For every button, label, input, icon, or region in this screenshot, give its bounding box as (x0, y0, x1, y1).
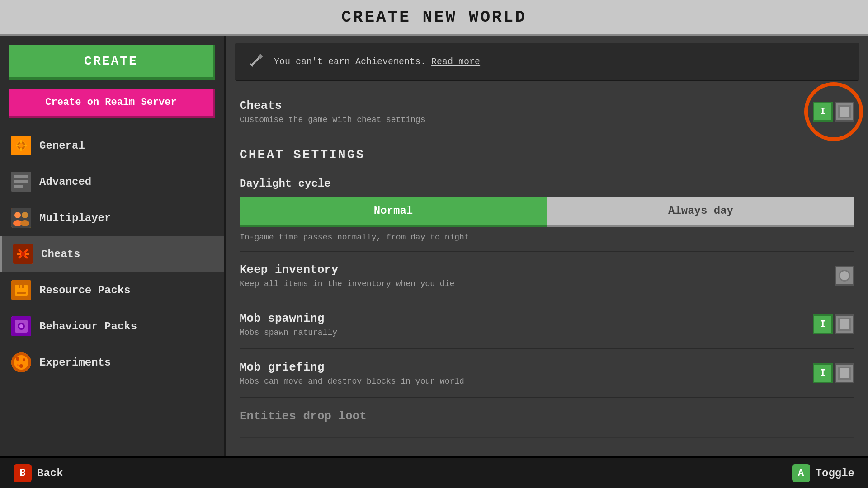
mob-griefing-toggle-on: I (813, 363, 833, 383)
general-icon (11, 136, 31, 155)
entities-drop-loot-row: Entities drop loot (240, 398, 854, 438)
keep-inventory-info: Keep inventory Keep all items in the inv… (240, 263, 454, 288)
svg-line-36 (251, 56, 260, 66)
svg-point-32 (16, 357, 19, 361)
create-realm-button[interactable]: Create on Realm Server (9, 89, 215, 118)
toggle-off-inner-3 (838, 367, 851, 380)
experiments-icon (11, 352, 31, 372)
entities-info: Entities drop loot (240, 409, 367, 426)
mob-spawning-toggle[interactable]: I (813, 314, 854, 334)
svg-rect-22 (15, 285, 28, 296)
svg-rect-3 (16, 145, 19, 146)
toggle-circle (839, 270, 850, 282)
toggle-off-indicator (835, 102, 854, 122)
svg-point-34 (19, 364, 23, 368)
back-button[interactable]: B Back (14, 464, 63, 482)
svg-point-13 (22, 212, 28, 218)
behaviour-packs-icon (11, 316, 31, 336)
cheats-toggle[interactable]: I (813, 102, 854, 122)
achievement-text: You can't earn Achievements. Read more (274, 56, 480, 67)
mob-spawning-toggle-off (835, 314, 854, 334)
keep-inventory-desc: Keep all items in the inventory when you… (240, 279, 454, 288)
sidebar-item-label-cheats: Cheats (41, 248, 80, 260)
resource-packs-icon (11, 280, 31, 300)
svg-rect-5 (20, 140, 22, 143)
daylight-normal-button[interactable]: Normal (240, 197, 547, 227)
svg-rect-9 (14, 180, 28, 183)
multiplayer-icon (11, 208, 31, 228)
mob-spawning-title: Mob spawning (240, 312, 337, 325)
back-label: Back (37, 467, 63, 479)
svg-rect-23 (19, 285, 20, 288)
sidebar-item-experiments[interactable]: Experiments (0, 344, 224, 380)
daylight-buttons: Normal Always day (240, 197, 854, 227)
sidebar-item-general[interactable]: General (0, 127, 224, 164)
svg-rect-4 (24, 145, 27, 146)
svg-rect-24 (22, 285, 24, 288)
toggle-off-inner-2 (838, 318, 851, 331)
entities-title: Entities drop loot (240, 409, 367, 423)
toggle-off-inner (838, 105, 851, 118)
mob-spawning-info: Mob spawning Mobs spawn naturally (240, 312, 337, 337)
a-badge: A (792, 464, 810, 482)
b-badge: B (14, 464, 32, 482)
svg-point-12 (14, 212, 21, 218)
svg-point-29 (19, 324, 23, 328)
svg-rect-10 (14, 185, 23, 188)
svg-point-15 (20, 220, 29, 226)
svg-point-2 (19, 143, 24, 148)
svg-point-33 (23, 358, 25, 361)
svg-point-35 (17, 364, 19, 366)
sidebar-item-label-multiplayer: Multiplayer (39, 212, 111, 224)
content-area: You can't earn Achievements. Read more C… (226, 36, 868, 456)
cheats-desc: Customise the game with cheat settings (240, 115, 425, 124)
bottom-bar: B Back A Toggle (0, 456, 868, 488)
cheats-title: Cheats (240, 99, 425, 113)
toggle-on-indicator: I (813, 102, 833, 122)
achievement-warning: You can't earn Achievements. Read more (235, 43, 859, 81)
cheats-setting-row: Cheats Customise the game with cheat set… (240, 88, 854, 136)
read-more-link[interactable]: Read more (431, 56, 480, 67)
cheats-icon (13, 244, 33, 264)
section-content: Cheats Customise the game with cheat set… (226, 88, 868, 451)
mob-spawning-row: Mob spawning Mobs spawn naturally I (240, 300, 854, 349)
cheats-toggle-container: I (813, 102, 854, 122)
nav-items: General Advanced (0, 127, 224, 456)
svg-rect-25 (17, 292, 26, 294)
toggle-button[interactable]: A Toggle (792, 464, 854, 482)
daylight-always-day-button[interactable]: Always day (547, 197, 854, 227)
cheats-info: Cheats Customise the game with cheat set… (240, 99, 425, 124)
sidebar-item-resource-packs[interactable]: Resource Packs (0, 272, 224, 308)
sidebar-item-label-behaviour-packs: Behaviour Packs (39, 320, 137, 333)
toggle-label: Toggle (816, 467, 854, 479)
sidebar-item-label-resource-packs: Resource Packs (39, 284, 131, 296)
mob-griefing-title: Mob griefing (240, 361, 464, 374)
keep-inventory-title: Keep inventory (240, 263, 454, 277)
create-button[interactable]: CREATE (9, 45, 215, 80)
title-bar: CREATE NEW WORLD (0, 0, 868, 36)
mob-griefing-info: Mob griefing Mobs can move and destroy b… (240, 361, 464, 386)
keep-inventory-toggle[interactable] (835, 266, 854, 286)
mob-spawning-toggle-on: I (813, 314, 833, 334)
keep-inventory-row: Keep inventory Keep all items in the inv… (240, 252, 854, 300)
mob-griefing-desc: Mobs can move and destroy blocks in your… (240, 377, 464, 386)
sidebar-item-cheats[interactable]: Cheats (0, 236, 224, 272)
sidebar-item-multiplayer[interactable]: Multiplayer (0, 200, 224, 236)
keep-inventory-toggle-off (835, 266, 854, 286)
mob-griefing-toggle[interactable]: I (813, 363, 854, 383)
sidebar-item-behaviour-packs[interactable]: Behaviour Packs (0, 308, 224, 344)
mob-spawning-desc: Mobs spawn naturally (240, 328, 337, 337)
sidebar-item-label-experiments: Experiments (39, 357, 111, 369)
sidebar: CREATE Create on Realm Server General (0, 36, 226, 456)
mob-griefing-toggle-off (835, 363, 854, 383)
advanced-icon (11, 172, 31, 192)
daylight-label: Daylight cycle (240, 178, 854, 190)
mob-griefing-row: Mob griefing Mobs can move and destroy b… (240, 349, 854, 398)
daylight-desc: In-game time passes normally, from day t… (240, 233, 854, 242)
sidebar-item-advanced[interactable]: Advanced (0, 164, 224, 200)
svg-point-20 (21, 252, 25, 256)
sword-icon (249, 52, 265, 71)
sidebar-item-label-general: General (39, 140, 85, 152)
svg-rect-6 (20, 148, 22, 151)
sidebar-item-label-advanced: Advanced (39, 176, 91, 188)
